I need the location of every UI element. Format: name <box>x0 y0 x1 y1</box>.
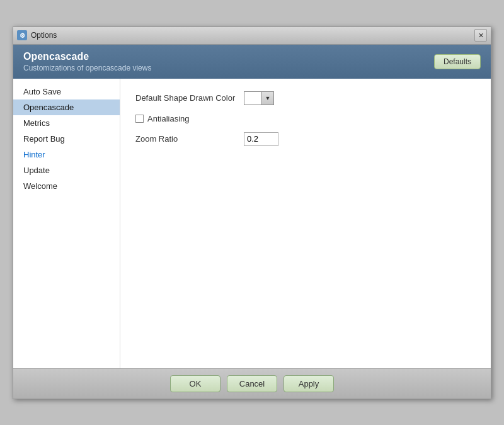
antialiasing-checkbox[interactable] <box>135 115 144 123</box>
header-text: Opencascade Customizations of opencascad… <box>23 51 151 72</box>
ok-button[interactable]: OK <box>170 375 220 392</box>
footer-section: OK Cancel Apply <box>13 368 491 399</box>
sidebar-item-metrics[interactable]: Metrics <box>13 115 120 131</box>
zoom-ratio-row: Zoom Ratio <box>135 132 476 146</box>
title-bar: ⚙ Options ✕ <box>13 27 491 45</box>
header-subtitle: Customizations of opencascade views <box>23 64 151 72</box>
close-button[interactable]: ✕ <box>474 29 487 42</box>
main-panel: Default Shape Drawn Color ▼ Antialiasing… <box>120 79 491 368</box>
antialiasing-row: Antialiasing <box>135 114 476 123</box>
color-setting-row: Default Shape Drawn Color ▼ <box>135 91 476 105</box>
color-dropdown-arrow[interactable]: ▼ <box>261 91 274 105</box>
zoom-ratio-label: Zoom Ratio <box>135 134 236 144</box>
sidebar: Auto Save Opencascade Metrics Report Bug… <box>13 79 120 368</box>
defaults-button[interactable]: Defaults <box>434 54 481 69</box>
antialiasing-label: Antialiasing <box>147 114 248 123</box>
apply-button[interactable]: Apply <box>284 375 334 392</box>
sidebar-item-opencascade[interactable]: Opencascade <box>13 99 120 115</box>
content-area: Auto Save Opencascade Metrics Report Bug… <box>13 79 491 368</box>
zoom-ratio-input[interactable] <box>244 132 278 146</box>
default-shape-label: Default Shape Drawn Color <box>135 93 236 103</box>
header-section: Opencascade Customizations of opencascad… <box>13 45 491 79</box>
sidebar-item-update[interactable]: Update <box>13 162 120 178</box>
sidebar-item-auto-save[interactable]: Auto Save <box>13 84 120 99</box>
window-title: Options <box>31 31 57 40</box>
options-window: ⚙ Options ✕ Opencascade Customizations o… <box>13 26 491 399</box>
sidebar-item-hinter[interactable]: Hinter <box>13 147 120 162</box>
cancel-button[interactable]: Cancel <box>227 375 277 392</box>
sidebar-item-report-bug[interactable]: Report Bug <box>13 131 120 147</box>
color-picker[interactable]: ▼ <box>244 91 274 105</box>
title-bar-left: ⚙ Options <box>17 30 57 40</box>
header-title: Opencascade <box>23 51 151 62</box>
color-swatch <box>244 91 261 105</box>
sidebar-item-welcome[interactable]: Welcome <box>13 178 120 194</box>
window-icon: ⚙ <box>17 30 27 40</box>
